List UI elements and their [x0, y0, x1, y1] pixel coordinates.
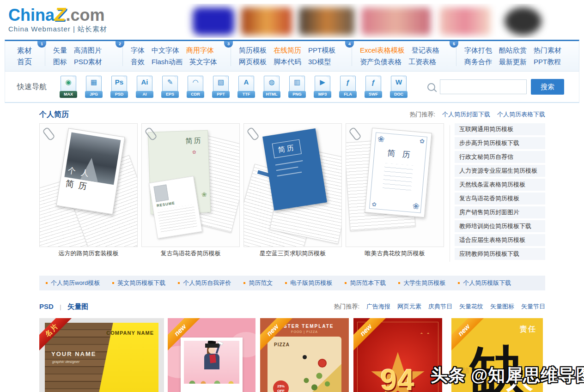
- filetype-psd-icon[interactable]: Ps PSD: [110, 76, 128, 98]
- nav-link[interactable]: 商务合作: [464, 56, 492, 67]
- filetype-max-icon[interactable]: ◉ MAX: [60, 76, 77, 98]
- sidebar-item[interactable]: 适合应届生表格简历模板: [455, 234, 545, 246]
- sidebar-item[interactable]: 步步高升简历模板下载: [455, 137, 545, 149]
- hot-link[interactable]: 矢量节日: [521, 302, 545, 311]
- main-content: 个人简历 热门推荐: 个人简历封面下载 个人简历表格下载 个人 简历: [39, 106, 545, 388]
- sidebar-item[interactable]: 天然线条蓝表格简历模板: [455, 179, 545, 191]
- filetype-jpg-icon[interactable]: ▦ JPG: [85, 76, 103, 98]
- nav-link[interactable]: 工资表格: [408, 56, 436, 67]
- filetype-doc-icon[interactable]: W DOC: [390, 76, 408, 98]
- nav-link-highlighted[interactable]: 商用字体: [186, 44, 214, 56]
- paperclip-icon: [42, 127, 55, 141]
- nav-link[interactable]: 字体: [131, 44, 145, 56]
- card-caption[interactable]: 远方的路简历套装模板: [39, 247, 138, 260]
- nav-home-line2: 首页: [17, 56, 32, 67]
- poster-business-card[interactable]: COMPANY NAME YOUR NAME graphic designer …: [39, 318, 164, 392]
- nav-home-link[interactable]: 素材 首页: [17, 45, 32, 67]
- resume-sidebar-list: 互联网通用简历模板 步步高升简历模板下载 行政文秘简历自荐信 人力资源专业应届生…: [455, 123, 545, 262]
- tag-link[interactable]: 简历范文: [243, 279, 273, 287]
- hot-link[interactable]: 个人简历表格下载: [497, 110, 545, 119]
- tag-link[interactable]: 简历范本下载: [345, 279, 386, 287]
- hot-link[interactable]: 个人简历封面下载: [442, 110, 490, 119]
- nav-link-highlighted[interactable]: Excel表格模板: [360, 44, 405, 56]
- ad-image: [299, 7, 354, 35]
- nav-link[interactable]: 英文字体: [189, 56, 217, 67]
- filetype-html-icon[interactable]: ◍ HTML: [263, 76, 280, 98]
- filetype-cdr-icon[interactable]: ◠ CDR: [187, 76, 204, 98]
- nav-link[interactable]: 音效: [131, 56, 145, 67]
- nav-link[interactable]: 酷站欣赏: [499, 44, 527, 56]
- nav-link[interactable]: 中文字体: [152, 44, 179, 56]
- nav-link[interactable]: 热门素材: [534, 44, 561, 56]
- filetype-fla-icon[interactable]: ƒ FLA: [339, 76, 357, 98]
- filetype-ppt-icon[interactable]: ▧ PPT: [212, 76, 230, 98]
- resume-card-image: 个人 简历: [39, 123, 138, 247]
- section2-title-psd[interactable]: PSD: [39, 302, 54, 310]
- card-caption[interactable]: 星空蓝三页求职简历模板: [243, 247, 342, 260]
- watermark-text: 头条 @知犀思维导图: [431, 364, 584, 387]
- resume-card[interactable]: 简历 ✿ ❀ ✿ RESUME 复古鸟语花香简历模板: [141, 123, 240, 262]
- nav-link[interactable]: 矢量: [53, 44, 67, 56]
- card-caption[interactable]: 唯美古典花纹简历模板: [346, 247, 444, 260]
- ad-banner[interactable]: [172, 4, 551, 38]
- tag-link[interactable]: 个人简历自我评价: [178, 279, 231, 287]
- site-logo[interactable]: ChinaZ.com China Webmaster | 站长素材: [8, 6, 107, 34]
- nav-link[interactable]: 网页模板: [239, 56, 267, 67]
- quick-nav-label: 快速导航: [17, 82, 47, 92]
- tag-link[interactable]: 个人简历word模板: [46, 279, 100, 287]
- sidebar-item[interactable]: 复古鸟语花香简历模板: [455, 193, 545, 205]
- nav-badge-5: 5: [450, 41, 458, 48]
- nav-badge-2: 2: [116, 41, 124, 48]
- nav-link[interactable]: 资产负债表格: [360, 56, 402, 67]
- search-button[interactable]: 搜索: [531, 79, 564, 95]
- sidebar-item[interactable]: 行政文秘简历自荐信: [455, 151, 545, 163]
- filetype-ai-icon[interactable]: Ai AI: [136, 76, 153, 98]
- poster-graduation[interactable]: new: [168, 318, 256, 392]
- hot-link[interactable]: 网页元素: [397, 302, 421, 311]
- sidebar-item[interactable]: 互联网通用简历模板: [455, 123, 545, 135]
- resume-card[interactable]: 简历 星空蓝三页求职简历模板: [243, 123, 342, 262]
- filetype-mp3-icon[interactable]: ▶ MP3: [314, 76, 331, 98]
- nav-link[interactable]: 脚本代码: [274, 56, 301, 67]
- nav-link[interactable]: PPT教程: [534, 56, 561, 67]
- nav-link[interactable]: 3D模型: [308, 56, 331, 67]
- poster-pizza[interactable]: POSTER TEMPLATE FOOD | PIZZA PIZZA 25% O…: [260, 318, 349, 392]
- nav-link[interactable]: 简历模板: [239, 44, 267, 56]
- logo-z-bolt-icon: Z: [55, 4, 66, 24]
- hot-link[interactable]: 矢量花纹: [459, 302, 483, 311]
- filetype-ttf-icon[interactable]: A TTF: [237, 76, 255, 98]
- resume-tags-row: 个人简历word模板 英文简历模板下载 个人简历自我评价 简历范文 电子版简历模…: [39, 276, 545, 290]
- nav-link[interactable]: 登记表格: [412, 44, 439, 56]
- nav-link-highlighted[interactable]: 在线简历: [274, 44, 301, 56]
- nav-link[interactable]: 字体打包: [464, 44, 492, 56]
- section2-title-vector[interactable]: 矢量图: [67, 302, 88, 310]
- hot-link[interactable]: 矢量图标: [490, 302, 514, 311]
- sidebar-item[interactable]: 教师培训岗位简历模板下载: [455, 220, 545, 232]
- nav-link[interactable]: Flash动画: [152, 56, 182, 67]
- nav-link[interactable]: PSD素材: [74, 56, 102, 67]
- nav-link[interactable]: 最新更新: [499, 56, 527, 67]
- tag-link[interactable]: 英文简历模板下载: [112, 279, 165, 287]
- nav-link[interactable]: 高清图片: [74, 44, 102, 56]
- bullet-icon: [243, 282, 245, 284]
- resume-card[interactable]: ❀ ✿ ❀ ✿ 简 历 唯美古典花纹简历模板: [346, 123, 444, 262]
- card-caption[interactable]: 复古鸟语花香简历模板: [141, 247, 240, 260]
- tag-link[interactable]: 个人简历模版下载: [458, 279, 511, 287]
- nav-link[interactable]: PPT模板: [308, 44, 335, 56]
- filetype-swf-icon[interactable]: ƒ SWF: [365, 76, 382, 98]
- sidebar-item[interactable]: 应聘教师简历模板下载: [455, 248, 545, 260]
- bullet-icon: [178, 282, 180, 284]
- tag-link[interactable]: 大学生简历模板: [398, 279, 445, 287]
- nav-divider: [122, 46, 123, 66]
- filetype-png-icon[interactable]: ▥ PNG: [288, 76, 306, 98]
- search-input[interactable]: [440, 79, 527, 94]
- nav-link[interactable]: 图标: [53, 56, 67, 67]
- filetype-eps-icon[interactable]: ✎ EPS: [161, 76, 179, 98]
- hot-link[interactable]: 庆典节日: [428, 302, 452, 311]
- tag-link[interactable]: 电子版简历模板: [285, 279, 332, 287]
- hot-link[interactable]: 广告海报: [366, 302, 390, 311]
- sidebar-item[interactable]: 人力资源专业应届生简历模板: [455, 165, 545, 177]
- poster-anniversary-94[interactable]: ⌃⌃ ★ 94 TH new: [353, 318, 442, 392]
- sidebar-item[interactable]: 房产销售简历封面图片: [455, 206, 545, 218]
- resume-card[interactable]: 个人 简历 远方的路简历套装模板: [39, 123, 138, 262]
